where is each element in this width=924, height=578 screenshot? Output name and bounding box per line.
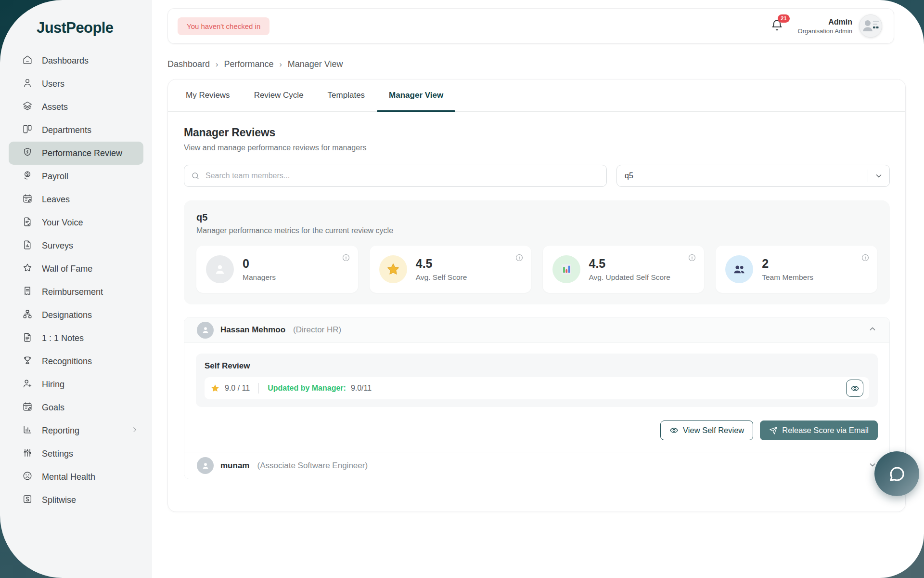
info-icon[interactable] xyxy=(515,253,524,264)
sidebar-item-label: Payroll xyxy=(42,171,68,182)
topbar: You haven't checked in 21 Admin Organisa… xyxy=(167,8,894,44)
sidebar-item-performance-review[interactable]: Performance Review xyxy=(9,142,143,165)
shield-bolt-icon xyxy=(22,147,33,160)
breadcrumb: Dashboard › Performance › Manager View xyxy=(167,59,924,69)
sidebar-item-label: Wall of Fame xyxy=(42,264,92,274)
breadcrumb-separator: › xyxy=(216,60,218,69)
metric-label: Avg. Self Score xyxy=(416,273,467,282)
bar-chart-icon xyxy=(22,424,33,437)
sidebar-item-wall-of-fame[interactable]: Wall of Fame xyxy=(9,257,143,280)
sidebar-item-mental-health[interactable]: Mental Health xyxy=(9,465,143,488)
search-box xyxy=(184,165,607,187)
sidebar-item-label: Assets xyxy=(42,102,68,112)
sidebar-item-dashboards[interactable]: Dashboards xyxy=(9,49,143,72)
metric-value: 4.5 xyxy=(589,257,670,271)
sidebar-item-label: Reimbursement xyxy=(42,287,103,297)
user-avatar[interactable] xyxy=(859,14,882,38)
cycle-select-value: q5 xyxy=(617,171,868,180)
sidebar-item-label: Surveys xyxy=(42,241,73,251)
score-bar: 9.0 / 11 Updated by Manager: 9.0/11 xyxy=(205,377,869,399)
org-chart-icon xyxy=(22,309,33,322)
tab-templates[interactable]: Templates xyxy=(316,79,377,111)
metric-label: Avg. Updated Self Score xyxy=(589,273,670,282)
sidebar-item-label: Leaves xyxy=(42,195,70,205)
metric-card-avg-updated-self-score: 4.5 Avg. Updated Self Score xyxy=(543,246,705,293)
view-self-review-label: View Self Review xyxy=(683,426,744,435)
breadcrumb-separator: › xyxy=(279,60,282,69)
reviews-card: My Reviews Review Cycle Templates Manage… xyxy=(167,79,906,512)
member-role: (Associate Software Engineer) xyxy=(257,461,368,471)
star-icon xyxy=(379,255,407,283)
sidebar: JustPeople Dashboards Users Assets Depar… xyxy=(0,0,152,578)
star-icon xyxy=(210,383,220,393)
sidebar-item-splitwise[interactable]: Splitwise xyxy=(9,488,143,512)
sidebar-item-hiring[interactable]: Hiring xyxy=(9,373,143,396)
info-icon[interactable] xyxy=(861,253,870,264)
receipt-icon xyxy=(22,286,33,299)
preview-score-button[interactable] xyxy=(846,380,863,397)
view-self-review-button[interactable]: View Self Review xyxy=(660,420,753,440)
trophy-icon xyxy=(22,355,33,368)
tab-bar: My Reviews Review Cycle Templates Manage… xyxy=(168,79,905,112)
sidebar-item-assets[interactable]: Assets xyxy=(9,95,143,118)
info-icon[interactable] xyxy=(342,253,350,264)
metric-cards: 0 Managers 4.5 xyxy=(196,246,877,293)
breadcrumb-dashboard[interactable]: Dashboard xyxy=(167,59,210,69)
sidebar-item-goals[interactable]: Goals xyxy=(9,396,143,419)
chat-fab-button[interactable] xyxy=(874,451,919,496)
release-score-label: Release Score via Email xyxy=(782,426,869,435)
team-icon xyxy=(725,255,753,283)
sidebar-item-recognitions[interactable]: Recognitions xyxy=(9,350,143,373)
sidebar-item-users[interactable]: Users xyxy=(9,72,143,95)
info-icon[interactable] xyxy=(688,253,696,264)
sidebar-item-reporting[interactable]: Reporting xyxy=(9,419,143,442)
sidebar-item-label: 1 : 1 Notes xyxy=(42,333,84,343)
metric-card-managers: 0 Managers xyxy=(196,246,358,293)
avatar xyxy=(197,322,214,339)
sidebar-item-label: Goals xyxy=(42,403,64,413)
notifications-button[interactable]: 21 xyxy=(770,19,783,34)
sidebar-item-label: Performance Review xyxy=(42,148,122,158)
sidebar-item-your-voice[interactable]: Your Voice xyxy=(9,211,143,234)
calendar-edit-icon xyxy=(22,401,33,414)
sidebar-item-label: Your Voice xyxy=(42,218,83,228)
breadcrumb-performance[interactable]: Performance xyxy=(224,59,273,69)
sidebar-item-one-on-one-notes[interactable]: 1 : 1 Notes xyxy=(9,327,143,350)
breadcrumb-manager-view[interactable]: Manager View xyxy=(288,59,343,69)
checkin-alert: You haven't checked in xyxy=(178,17,270,35)
sidebar-item-settings[interactable]: Settings xyxy=(9,442,143,465)
sidebar-item-designations[interactable]: Designations xyxy=(9,303,143,327)
sidebar-item-departments[interactable]: Departments xyxy=(9,118,143,142)
chat-bubble-icon xyxy=(887,464,907,484)
tab-my-reviews[interactable]: My Reviews xyxy=(174,79,242,111)
cycle-select[interactable]: q5 xyxy=(616,165,890,187)
team-row-munam[interactable]: munam (Associate Software Engineer) xyxy=(184,452,889,479)
sidebar-item-label: Designations xyxy=(42,310,92,320)
metrics-panel: q5 Manager performance metrics for the c… xyxy=(184,200,890,304)
metric-value: 4.5 xyxy=(416,257,467,271)
tab-content: Manager Reviews View and manage performa… xyxy=(168,112,905,512)
sidebar-item-leaves[interactable]: Leaves xyxy=(9,188,143,211)
sidebar-item-label: Mental Health xyxy=(42,472,95,482)
divider xyxy=(258,383,259,394)
tab-review-cycle[interactable]: Review Cycle xyxy=(242,79,316,111)
sidebar-item-label: Splitwise xyxy=(42,495,76,505)
calendar-edit-icon xyxy=(22,193,33,206)
search-input[interactable] xyxy=(205,171,600,181)
sidebar-item-reimbursement[interactable]: Reimbursement xyxy=(9,280,143,303)
metric-value: 2 xyxy=(762,257,813,271)
updated-score: 9.0/11 xyxy=(351,384,372,393)
release-score-button[interactable]: Release Score via Email xyxy=(760,420,878,440)
metrics-subtitle: Manager performance metrics for the curr… xyxy=(196,226,877,235)
sidebar-item-label: Settings xyxy=(42,449,73,459)
chevron-up-icon[interactable] xyxy=(868,325,877,335)
bar-chart-icon xyxy=(552,255,580,283)
search-icon xyxy=(191,171,200,180)
notification-badge: 21 xyxy=(778,14,789,23)
user-plus-icon xyxy=(22,378,33,391)
sidebar-item-payroll[interactable]: Payroll xyxy=(9,165,143,188)
sidebar-item-label: Users xyxy=(42,79,64,89)
tab-manager-view[interactable]: Manager View xyxy=(377,79,455,111)
sidebar-item-surveys[interactable]: Surveys xyxy=(9,234,143,257)
team-row-hassan[interactable]: Hassan Mehmoo (Director HR) xyxy=(184,317,889,343)
